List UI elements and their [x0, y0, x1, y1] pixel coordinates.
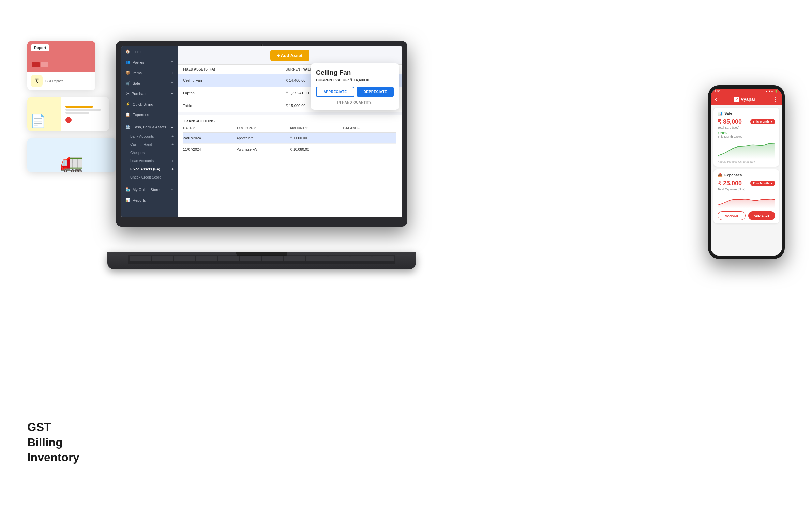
- transactions-section: TRANSACTIONS DATE ▽ TXN TYPE ▽ AMOUNT ▽: [178, 115, 402, 217]
- sidebar-item-home[interactable]: 🏠 Home: [121, 46, 178, 57]
- bank-accounts-label: Bank Accounts: [130, 134, 154, 138]
- total-sale-label: Total Sale (Nov): [717, 126, 775, 130]
- sidebar-sub-bank-accounts[interactable]: Bank Accounts +: [121, 132, 178, 140]
- sidebar-sub-loan-accounts[interactable]: Loan Accounts +: [121, 157, 178, 165]
- phone-expenses-section: 📤 Expenses ₹ 25,000 This Month ▼ Total E…: [713, 169, 779, 224]
- online-store-arrow: ▼: [171, 188, 174, 191]
- report-body-icon: ₹: [31, 75, 43, 87]
- sidebar-sub-cheques[interactable]: Cheques: [121, 149, 178, 157]
- bottom-labels: GST Billing Inventory: [27, 419, 79, 465]
- report-card-header: Report: [27, 41, 96, 72]
- online-store-icon: 🏪: [126, 187, 130, 192]
- gst-icon-area: 📄: [27, 97, 61, 131]
- sidebar-item-quick-billing[interactable]: ⚡ Quick Billing: [121, 99, 178, 109]
- main-content: + Add Asset FIXED ASSETS (FA) CURRENT VA…: [178, 46, 402, 217]
- sidebar-item-cash-bank[interactable]: 🏦 Cash, Bank & Assets ▲: [121, 122, 178, 132]
- header-asset-name: FIXED ASSETS (FA): [183, 67, 286, 71]
- add-sale-button[interactable]: ADD SALE: [748, 211, 775, 220]
- sidebar-item-items[interactable]: 📦 Items +: [121, 67, 178, 78]
- sale-section-header: 📊 Sale: [717, 111, 775, 116]
- quick-billing-icon: ⚡: [126, 102, 130, 106]
- sale-amount: ₹ 85,000: [717, 118, 742, 125]
- home-icon: 🏠: [126, 49, 130, 54]
- report-desc: GST Reports: [45, 79, 92, 83]
- depreciate-button[interactable]: DEPRECIATE: [357, 87, 394, 97]
- key: [196, 256, 217, 261]
- sale-this-month-badge[interactable]: This Month ▼: [750, 119, 775, 124]
- home-label: Home: [133, 50, 143, 54]
- report-card-body: ₹ GST Reports: [27, 72, 96, 90]
- chart-area-fill: [717, 143, 775, 159]
- cash-bank-icon: 🏦: [126, 125, 130, 129]
- cash-bank-label: Cash, Bank & Assets: [133, 125, 166, 129]
- gst-text-area: −: [61, 97, 109, 131]
- expenses-chart: [717, 193, 775, 209]
- cash-bank-arrow: ▲: [171, 125, 174, 129]
- sale-arrow: ▼: [171, 82, 174, 85]
- sidebar-item-my-online-store[interactable]: 🏪 My Online Store ▼: [121, 184, 178, 195]
- sidebar-item-expenses[interactable]: 📋 Expenses: [121, 109, 178, 120]
- expenses-section-header: 📤 Expenses: [717, 173, 775, 178]
- sidebar-item-purchase[interactable]: 🛍 Purchase ▼: [121, 89, 178, 99]
- sidebar-sub-cash-in-hand[interactable]: Cash In Hand +: [121, 140, 178, 149]
- txn-amount-header: AMOUNT ▽: [290, 126, 343, 130]
- items-label: Items: [133, 71, 142, 75]
- sidebar-sub-fixed-assets[interactable]: Fixed Assets (FA) +: [121, 165, 178, 173]
- type-filter-icon: ▽: [253, 127, 256, 130]
- top-bar: + Add Asset: [178, 46, 402, 65]
- phone-sale-section: 📊 Sale ₹ 85,000 This Month ▼ Total Sale …: [713, 108, 779, 167]
- popup-in-hand-label: IN HAND QUANTITY:: [316, 101, 394, 104]
- sidebar-sub-check-credit[interactable]: Check Credit Score: [121, 173, 178, 181]
- cash-in-hand-label: Cash In Hand: [130, 142, 152, 147]
- manage-button[interactable]: MANAGE: [717, 211, 745, 220]
- bar1: [66, 106, 93, 108]
- laptop-base: [107, 252, 416, 269]
- expenses-amount: ₹ 25,000: [717, 180, 742, 187]
- phone-more-icon[interactable]: ⋮: [772, 96, 778, 103]
- asset-name-table: Table: [183, 104, 286, 108]
- sale-amount-row: ₹ 85,000 This Month ▼: [717, 118, 775, 125]
- reports-icon: 📊: [126, 198, 130, 202]
- back-arrow[interactable]: ‹: [715, 96, 717, 103]
- txn-date-2: 11/07/2024: [183, 147, 236, 151]
- txn-row-2[interactable]: 11/07/2024 Purchase FA ₹ 10,080.00: [183, 144, 396, 155]
- key: [218, 256, 239, 261]
- sale-icon: 🛒: [126, 81, 130, 86]
- badge-chevron-expenses: ▼: [770, 182, 773, 185]
- vyapar-text: Vyapar: [741, 97, 755, 102]
- loan-accounts-label: Loan Accounts: [130, 159, 154, 163]
- exp-chart-fill: [717, 199, 775, 209]
- sidebar-item-parties[interactable]: 👥 Parties ▼: [121, 57, 178, 67]
- add-asset-button[interactable]: + Add Asset: [270, 50, 309, 61]
- sale-section-title: Sale: [724, 111, 732, 116]
- appreciate-button[interactable]: APPRECIATE: [316, 87, 354, 97]
- txn-type-1: Appreciate: [236, 136, 290, 140]
- cheques-label: Cheques: [130, 151, 145, 155]
- this-month-label-expenses: This Month: [753, 182, 769, 185]
- parties-label: Parties: [133, 60, 144, 64]
- expenses-this-month-badge[interactable]: This Month ▼: [750, 181, 775, 186]
- parties-icon: 👥: [126, 60, 130, 64]
- txn-type-header: TXN TYPE ▽: [236, 126, 290, 130]
- popup-subtitle: CURRENT VALUE: ₹ 14,400.00: [316, 78, 394, 82]
- bottom-label-2: Billing: [27, 435, 79, 450]
- badge-chevron-sale: ▼: [770, 120, 773, 123]
- txn-row-1[interactable]: 24/07/2024 Appreciate ₹ 1,000.00: [183, 133, 396, 144]
- purchase-arrow: ▼: [171, 92, 174, 95]
- loan-accounts-plus: +: [172, 159, 174, 163]
- phone-wrapper: 2:30 ▲▲▲ 🔋 ‹ V Vyapar ⋮: [708, 85, 785, 259]
- gst-card: 📄 −: [27, 97, 109, 131]
- sidebar-item-reports[interactable]: 📊 Reports: [121, 195, 178, 206]
- vyapar-logo: V Vyapar: [734, 97, 755, 102]
- popup-title: Ceiling Fan: [316, 69, 394, 76]
- expenses-chart-svg: [717, 193, 775, 209]
- laptop-wrapper: 🏠 Home 👥 Parties ▼ 📦 Items + 🛒 Sale ▼: [116, 41, 412, 266]
- report-body-text: GST Reports: [45, 79, 92, 83]
- cash-in-hand-plus: +: [172, 143, 174, 147]
- fixed-assets-label: Fixed Assets (FA): [130, 167, 160, 171]
- online-store-label: My Online Store: [133, 188, 160, 192]
- txn-date-1: 24/07/2024: [183, 136, 236, 140]
- asset-name-laptop: Laptop: [183, 91, 286, 95]
- sidebar-item-sale[interactable]: 🛒 Sale ▼: [121, 78, 178, 89]
- key: [152, 256, 173, 261]
